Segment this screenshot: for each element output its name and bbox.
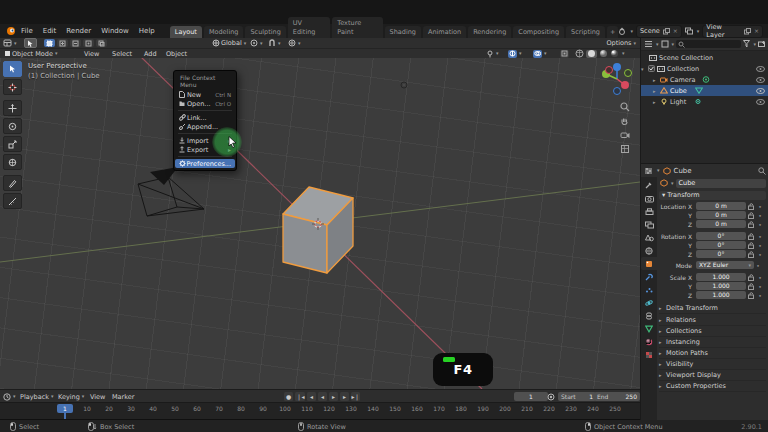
lock-icon[interactable] — [746, 292, 756, 299]
menu-render[interactable]: Render — [61, 27, 96, 35]
tab-object-data[interactable] — [641, 322, 657, 335]
hide-eye-icon[interactable] — [756, 88, 765, 94]
hide-eye-icon[interactable] — [756, 77, 765, 83]
tab-physics[interactable] — [641, 296, 657, 309]
record-icon[interactable]: ● — [284, 392, 293, 401]
add-workspace-button[interactable]: + — [607, 26, 618, 38]
filter-icon[interactable] — [743, 40, 750, 48]
ruler-tick[interactable]: 200 — [495, 405, 515, 412]
lock-icon[interactable] — [746, 274, 756, 281]
menu-window[interactable]: Window — [96, 27, 134, 35]
outliner-row-camera[interactable]: ▸ Camera — [641, 74, 768, 85]
shading-material-icon[interactable] — [599, 49, 608, 58]
hide-eye-icon[interactable] — [756, 99, 765, 105]
tool-annotate-button[interactable] — [3, 175, 22, 191]
lock-icon[interactable] — [746, 221, 756, 228]
lock-icon[interactable] — [746, 242, 756, 249]
play-icon[interactable]: ▸ — [329, 392, 338, 401]
tab-compositing[interactable]: Compositing — [513, 26, 564, 38]
ruler-tick[interactable]: 50 — [165, 405, 185, 412]
close-icon[interactable]: × — [754, 28, 759, 34]
scale-x-input[interactable]: 1.000 — [696, 273, 746, 281]
ruler-tick[interactable]: 100 — [275, 405, 295, 412]
animate-dot-icon[interactable]: • — [756, 221, 764, 228]
rotation-y-input[interactable]: 0° — [696, 241, 746, 249]
menu-help[interactable]: Help — [134, 27, 160, 35]
timeline-ruler[interactable]: 1 10203040506070809010011012013014015016… — [0, 402, 640, 420]
lock-icon[interactable] — [746, 212, 756, 219]
tab-texture-paint[interactable]: Texture Paint — [332, 17, 382, 38]
menu-select[interactable]: Select — [112, 49, 132, 58]
lock-icon[interactable] — [746, 203, 756, 210]
transform-panel-header[interactable]: ▾ Transform — [659, 191, 766, 200]
ruler-tick[interactable]: 40 — [143, 405, 163, 412]
menu-file[interactable]: File — [16, 27, 38, 35]
animate-dot-icon[interactable]: • — [756, 251, 764, 258]
animate-dot-icon[interactable]: • — [756, 212, 764, 219]
tool-move-button[interactable] — [3, 100, 22, 116]
ruler-tick[interactable]: 120 — [319, 405, 339, 412]
panel-visibility[interactable]: ▸ Visibility — [659, 359, 766, 370]
properties-editor-type-button[interactable] — [644, 167, 653, 175]
checkbox-icon[interactable] — [648, 65, 655, 72]
jump-to-end-icon[interactable]: ▸❘ — [351, 392, 360, 401]
new-scene-icon[interactable] — [663, 28, 670, 35]
rotation-mode-dropdown[interactable]: XYZ Euler▾ — [696, 261, 754, 269]
ruler-tick[interactable]: 110 — [297, 405, 317, 412]
ruler-tick[interactable]: 250 — [605, 405, 625, 412]
scale-z-input[interactable]: 1.000 — [696, 291, 746, 299]
auto-keying-icon[interactable] — [547, 393, 555, 401]
outliner-editor-type-button[interactable] — [644, 40, 653, 48]
tab-sculpting[interactable]: Sculpting — [245, 26, 285, 38]
panel-relations[interactable]: ▸ Relations — [659, 315, 766, 326]
ruler-tick[interactable]: 190 — [473, 405, 493, 412]
select-mode-subtract-icon[interactable] — [70, 39, 81, 47]
ruler-tick[interactable]: 80 — [231, 405, 251, 412]
menu-edit[interactable]: Edit — [38, 27, 62, 35]
search-icon[interactable] — [758, 167, 766, 175]
tab-layout[interactable]: Layout — [170, 26, 202, 38]
proportional-editing-icon[interactable]: ▾ — [288, 38, 301, 48]
panel-motion-paths[interactable]: ▸ Motion Paths — [659, 348, 766, 359]
animate-dot-icon[interactable]: • — [756, 283, 764, 290]
new-collection-icon[interactable] — [758, 40, 766, 48]
tab-world[interactable] — [641, 244, 657, 257]
menu-add[interactable]: Add — [144, 49, 157, 58]
mode-selector[interactable]: Object Mode▾ — [4, 49, 57, 58]
tool-scale-button[interactable] — [3, 136, 22, 152]
animate-dot-icon[interactable]: • — [756, 292, 764, 299]
location-x-input[interactable]: 0 m — [696, 202, 746, 210]
lock-icon[interactable] — [746, 233, 756, 240]
rotation-z-input[interactable]: 0° — [696, 250, 746, 258]
outliner-row-cube[interactable]: ▸ Cube — [641, 85, 768, 96]
outliner-row-scene-collection[interactable]: Scene Collection — [641, 52, 768, 63]
show-gizmos-toggle[interactable]: ▾ — [508, 49, 522, 58]
ruler-tick[interactable]: 10 — [77, 405, 97, 412]
ruler-tick[interactable]: 60 — [187, 405, 207, 412]
panel-delta-transform[interactable]: ▸ Delta Transform — [659, 303, 766, 314]
scene-selector[interactable]: Scene × — [636, 25, 682, 38]
perspective-toggle-icon[interactable] — [618, 142, 631, 155]
3d-viewport[interactable]: User Perspective (1) Collection | Cube F… — [0, 58, 640, 389]
object-name-input[interactable]: Cube — [676, 179, 766, 188]
ruler-tick[interactable]: 220 — [539, 405, 559, 412]
ruler-tick[interactable]: 70 — [209, 405, 229, 412]
close-icon[interactable]: × — [673, 28, 678, 34]
animate-dot-icon[interactable]: • — [756, 203, 764, 210]
new-view-layer-icon[interactable] — [744, 28, 751, 35]
outliner-search-input[interactable] — [676, 40, 741, 48]
play-reverse-icon[interactable]: ◂ — [318, 392, 327, 401]
lock-icon[interactable] — [746, 251, 756, 258]
rotation-x-input[interactable]: 0° — [696, 232, 746, 240]
ruler-tick[interactable]: 210 — [517, 405, 537, 412]
tab-scene[interactable] — [641, 231, 657, 244]
panel-viewport-display[interactable]: ▸ Viewport Display — [659, 370, 766, 381]
tool-rotate-button[interactable] — [3, 118, 22, 134]
outliner-row-collection[interactable]: ▾ Collection — [641, 63, 768, 74]
ruler-tick[interactable]: 180 — [451, 405, 471, 412]
tab-output[interactable] — [641, 205, 657, 218]
menu-view[interactable]: View — [84, 49, 99, 58]
camera-view-icon[interactable] — [618, 128, 631, 141]
tab-shading[interactable]: Shading — [385, 26, 421, 38]
tab-scripting[interactable]: Scripting — [566, 26, 605, 38]
